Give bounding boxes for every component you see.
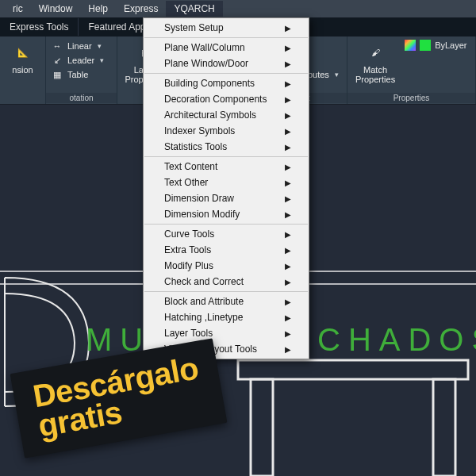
dimension-label: nsion <box>12 65 33 75</box>
table-icon: ▦ <box>51 68 63 81</box>
menu-item-decoration-components[interactable]: Decoration Components▶ <box>144 91 309 107</box>
color-swatch-green <box>420 40 431 51</box>
menu-item-hatching-linetype[interactable]: Hatching ,Linetype▶ <box>144 309 309 325</box>
submenu-arrow-icon: ▶ <box>285 262 291 271</box>
menu-item-statistics-tools[interactable]: Statistics Tools▶ <box>144 139 309 155</box>
menu-item-block-and-attribute[interactable]: Block and Attribute▶ <box>144 294 309 309</box>
submenu-arrow-icon: ▶ <box>285 143 291 152</box>
menu-item-label: Indexer Symbols <box>164 125 235 136</box>
leader-label: Leader <box>67 56 94 65</box>
menubar: ric Window Help Express YQARCH <box>0 0 476 17</box>
submenu-arrow-icon: ▶ <box>285 210 291 219</box>
menu-item-label: Dimension Modify <box>164 209 240 220</box>
menu-item-label: Layer Tools <box>164 328 213 339</box>
menu-item-plane-wall-column[interactable]: Plane Wall/Column▶ <box>144 40 309 56</box>
menu-item-modify-plus[interactable]: Modify Plus▶ <box>144 258 309 274</box>
dimension-button[interactable]: 📐 nsion <box>5 40 40 76</box>
panel-dimension-big: 📐 nsion <box>0 36 46 104</box>
linear-label: Linear <box>67 41 92 51</box>
menu-item-indexer-symbols[interactable]: Indexer Symbols▶ <box>144 123 309 139</box>
leader-icon: ↙ <box>51 54 63 67</box>
panel-annotation: ↔ Linear▾ ↙ Leader▾ ▦ Table otation <box>46 36 117 104</box>
submenu-arrow-icon: ▶ <box>285 329 291 338</box>
menu-item-label: Architectural Symbols <box>164 109 256 121</box>
tab-express-tools[interactable]: Express Tools <box>0 18 79 36</box>
submenu-arrow-icon: ▶ <box>285 95 291 104</box>
yqarch-dropdown-menu: System Setup▶Plane Wall/Column▶Plane Win… <box>143 17 309 359</box>
menu-item-label: Block and Attribute <box>164 296 244 307</box>
submenu-arrow-icon: ▶ <box>285 178 291 187</box>
submenu-arrow-icon: ▶ <box>285 163 291 171</box>
submenu-arrow-icon: ▶ <box>285 298 291 306</box>
svg-rect-3 <box>251 379 273 476</box>
color-picker[interactable]: ByLayer <box>405 40 466 51</box>
menu-item-plane-window-door[interactable]: Plane Window/Door▶ <box>144 56 309 71</box>
submenu-arrow-icon: ▶ <box>285 111 291 120</box>
svg-rect-2 <box>238 360 468 379</box>
menu-item-label: Building Components <box>164 78 255 89</box>
menu-item-system-setup[interactable]: System Setup▶ <box>144 20 309 36</box>
menu-item-label: Text Other <box>164 177 208 188</box>
submenu-arrow-icon: ▶ <box>285 60 291 68</box>
match-label: Match Properties <box>355 65 395 84</box>
submenu-arrow-icon: ▶ <box>285 230 291 239</box>
menu-item-label: Plane Window/Door <box>164 58 248 69</box>
menu-item-building-components[interactable]: Building Components▶ <box>144 75 309 91</box>
linear-button[interactable]: ↔ Linear▾ <box>51 40 112 52</box>
menu-item-curve-tools[interactable]: Curve Tools▶ <box>144 226 309 242</box>
bylayer-label: ByLayer <box>435 40 466 50</box>
menu-item-architectural-symbols[interactable]: Architectural Symbols▶ <box>144 107 309 123</box>
color-swatch-rainbow <box>405 40 416 51</box>
menu-item-label: Dimension Draw <box>164 193 234 204</box>
menu-item-label: Extra Tools <box>164 244 211 255</box>
menu-item-label: Modify Plus <box>164 260 213 271</box>
menu-item-help[interactable]: Help <box>80 1 116 17</box>
match-properties-button[interactable]: 🖌 Match Properties <box>352 40 398 86</box>
table-button[interactable]: ▦ Table <box>51 68 112 81</box>
submenu-arrow-icon: ▶ <box>285 246 291 255</box>
menu-item-ric[interactable]: ric <box>5 1 31 17</box>
menu-item-label: Plane Wall/Column <box>164 42 245 53</box>
submenu-arrow-icon: ▶ <box>285 313 291 322</box>
menu-item-label: Text Content <box>164 161 217 172</box>
menu-item-label: Curve Tools <box>164 228 214 240</box>
svg-rect-4 <box>433 379 455 476</box>
submenu-arrow-icon: ▶ <box>285 79 291 88</box>
menu-item-express[interactable]: Express <box>116 1 166 17</box>
menu-item-dimension-draw[interactable]: Dimension Draw▶ <box>144 190 309 206</box>
menu-item-label: Check and Correct <box>164 276 244 287</box>
menu-item-label: Statistics Tools <box>164 141 227 152</box>
match-icon: 🖌 <box>364 41 386 63</box>
panel-label-annotation: otation <box>46 93 117 103</box>
leader-button[interactable]: ↙ Leader▾ <box>51 54 112 67</box>
dimension-icon: 📐 <box>12 41 34 63</box>
panel-label-properties: Properties <box>347 93 475 103</box>
menu-item-yqarch[interactable]: YQARCH <box>166 1 222 17</box>
menu-item-window[interactable]: Window <box>31 1 81 17</box>
menu-item-dimension-modify[interactable]: Dimension Modify▶ <box>144 206 309 222</box>
canvas-text-right: CHADOS <box>317 322 476 357</box>
submenu-arrow-icon: ▶ <box>285 24 291 33</box>
menu-item-check-and-correct[interactable]: Check and Correct▶ <box>144 274 309 290</box>
linear-icon: ↔ <box>51 40 63 52</box>
menu-item-text-content[interactable]: Text Content▶ <box>144 159 309 175</box>
submenu-arrow-icon: ▶ <box>285 44 291 52</box>
menu-item-layer-tools[interactable]: Layer Tools▶ <box>144 325 309 341</box>
menu-item-label: Decoration Components <box>164 94 267 105</box>
submenu-arrow-icon: ▶ <box>285 194 291 203</box>
menu-item-extra-tools[interactable]: Extra Tools▶ <box>144 242 309 258</box>
panel-properties: 🖌 Match Properties ByLayer Properties <box>347 36 476 104</box>
submenu-arrow-icon: ▶ <box>285 278 291 286</box>
table-label: Table <box>67 70 88 79</box>
submenu-arrow-icon: ▶ <box>285 127 291 136</box>
menu-item-text-other[interactable]: Text Other▶ <box>144 175 309 190</box>
submenu-arrow-icon: ▶ <box>285 345 291 354</box>
menu-item-label: Hatching ,Linetype <box>164 312 243 323</box>
menu-item-label: System Setup <box>164 22 224 33</box>
